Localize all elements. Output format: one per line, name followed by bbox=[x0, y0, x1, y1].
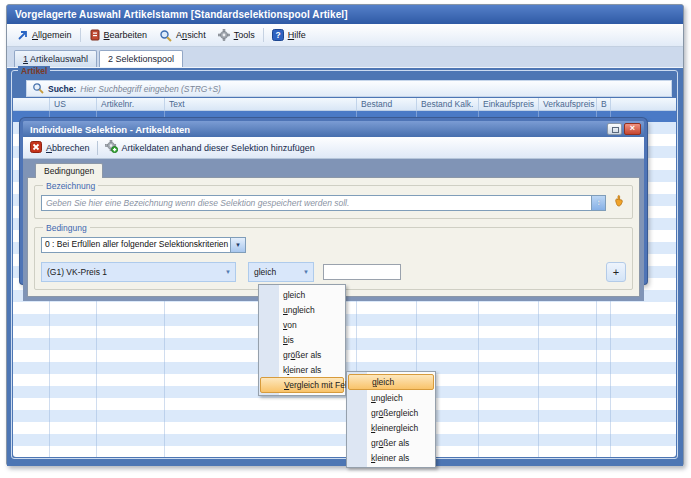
cancel-x-icon bbox=[30, 141, 42, 155]
main-window: Vorgelagerte Auswahl Artikelstamm [Stand… bbox=[6, 4, 684, 466]
column-header-bestand[interactable]: Bestand bbox=[357, 98, 417, 110]
selektionspool-page: Artikel Suche: Hier Suchbegriff eingeben… bbox=[7, 68, 683, 466]
operator-menu-item-ungleich[interactable]: ungleich bbox=[259, 302, 345, 317]
operator-menu-item-gleich[interactable]: gleich bbox=[259, 287, 345, 302]
column-header-artikelnr[interactable]: Artikelnr. bbox=[97, 98, 165, 110]
dialog-title: Individuelle Selektion - Artikeldaten bbox=[30, 124, 190, 135]
bezeichnung-combobox[interactable]: ↕ bbox=[41, 195, 606, 211]
operator-menu-item-von[interactable]: von bbox=[259, 317, 345, 332]
artikel-group-label: Artikel bbox=[18, 66, 50, 76]
submenu-item-kleiner-als[interactable]: kleiner als bbox=[347, 450, 435, 465]
field-combobox[interactable]: (G1) VK-Preis 1 ▼ bbox=[41, 262, 236, 282]
menubar-separator bbox=[80, 28, 81, 42]
restore-button[interactable] bbox=[607, 123, 622, 135]
dialog-body: Bedingungen Bezeichnung ↕ Bedingung bbox=[23, 159, 644, 301]
bedingung-group-label: Bedingung bbox=[43, 223, 90, 233]
svg-text:?: ? bbox=[275, 30, 280, 40]
submenu-item-gr-er-als[interactable]: größer als bbox=[347, 435, 435, 450]
search-label: Suche: bbox=[48, 84, 76, 94]
column-header-text[interactable]: Text bbox=[165, 98, 357, 110]
bezeichnung-input[interactable] bbox=[42, 196, 591, 210]
bezeichnung-group: Bezeichnung ↕ bbox=[34, 185, 633, 219]
tab-selektionspool[interactable]: 2 Selektionspool bbox=[99, 50, 183, 67]
article-search-bar[interactable]: Suche: Hier Suchbegriff eingeben (STRG+S… bbox=[26, 80, 672, 97]
dialog-toolbar: Abbrechen bbox=[23, 137, 644, 159]
menubar: Allgemein Bearbeiten Ansicht bbox=[7, 24, 683, 47]
dialog-titlebar: Individuelle Selektion - Artikeldaten × bbox=[23, 121, 644, 137]
menu-bearbeiten[interactable]: Bearbeiten bbox=[83, 25, 154, 45]
magnifier-icon bbox=[159, 29, 172, 42]
column-header-einkaufspreis[interactable]: Einkaufspreis bbox=[479, 98, 539, 110]
column-header-b[interactable]: B bbox=[597, 98, 611, 110]
add-condition-button[interactable]: + bbox=[606, 262, 626, 282]
help-icon: ? bbox=[272, 29, 284, 41]
bezeichnung-group-label: Bezeichnung bbox=[43, 181, 98, 191]
condition-row: (G1) VK-Preis 1 ▼ gleich ▼ + bbox=[41, 262, 626, 282]
tab-artikelauswahl[interactable]: 1 Artikelauswahl bbox=[14, 50, 97, 67]
condition-value-input[interactable] bbox=[323, 264, 401, 280]
chevron-down-icon: ▼ bbox=[299, 269, 313, 275]
bedingungen-panel: Bezeichnung ↕ Bedingung 0 : Bei Erfüllen… bbox=[27, 177, 640, 297]
toolbar-separator bbox=[97, 141, 98, 155]
search-placeholder: Hier Suchbegriff eingeben (STRG+S) bbox=[80, 84, 221, 94]
column-header-us[interactable]: US bbox=[50, 98, 97, 110]
operator-menu-item-vergleich-mit-feld[interactable]: Vergleich mit Feld bbox=[260, 377, 344, 393]
gear-add-icon bbox=[105, 140, 118, 155]
selection-dialog: Individuelle Selektion - Artikeldaten × … bbox=[20, 118, 647, 284]
chevron-down-icon: ▼ bbox=[221, 269, 235, 275]
cancel-button[interactable]: Abbrechen bbox=[30, 141, 90, 155]
column-header-verkaufspreis[interactable]: Verkaufspreis bbox=[539, 98, 597, 110]
operator-menu-item-kleiner-als[interactable]: kleiner als bbox=[259, 362, 345, 377]
operator-menu-item-gr-er-als[interactable]: größer als bbox=[259, 347, 345, 362]
tab-bedingungen[interactable]: Bedingungen bbox=[35, 163, 103, 178]
submenu-item-gr-ergleich[interactable]: größergleich bbox=[347, 405, 435, 420]
menubar-separator bbox=[263, 28, 264, 42]
add-selection-button[interactable]: Artikeldaten anhand dieser Selektion hin… bbox=[105, 140, 315, 155]
comparison-submenu: gleichungleichgrößergleichkleinergleichg… bbox=[346, 371, 436, 468]
operator-dropdown-menu: gleichungleichvonbisgrößer alskleiner al… bbox=[258, 284, 346, 396]
bezeichnung-dropdown-button[interactable]: ↕ bbox=[591, 196, 605, 210]
arrow-up-right-icon bbox=[17, 30, 28, 41]
operator-menu-item-bis[interactable]: bis bbox=[259, 332, 345, 347]
window-titlebar: Vorgelagerte Auswahl Artikelstamm [Stand… bbox=[7, 5, 683, 24]
column-header-blank bbox=[13, 98, 50, 110]
bedingung-group: Bedingung 0 : Bei Erfüllen aller folgend… bbox=[34, 227, 633, 290]
column-header-bestand-kalk[interactable]: Bestand Kalk. bbox=[417, 98, 479, 110]
submenu-item-kleinergleich[interactable]: kleinergleich bbox=[347, 420, 435, 435]
hand-icon[interactable] bbox=[612, 194, 626, 212]
menu-allgemein[interactable]: Allgemein bbox=[11, 25, 78, 45]
notebook-icon bbox=[89, 29, 100, 41]
search-icon bbox=[32, 80, 44, 98]
submenu-item-ungleich[interactable]: ungleich bbox=[347, 390, 435, 405]
gear-icon bbox=[218, 29, 230, 41]
condition-mode-combobox[interactable]: 0 : Bei Erfüllen aller folgender Selekti… bbox=[41, 237, 246, 253]
main-tabstrip: 1 Artikelauswahl 2 Selektionspool bbox=[7, 47, 683, 68]
operator-combobox[interactable]: gleich ▼ bbox=[248, 262, 314, 282]
close-button[interactable]: × bbox=[624, 123, 641, 135]
window-title: Vorgelagerte Auswahl Artikelstamm [Stand… bbox=[15, 9, 348, 20]
submenu-item-gleich[interactable]: gleich bbox=[348, 374, 434, 390]
menu-tools[interactable]: Tools bbox=[212, 25, 261, 45]
menu-ansicht[interactable]: Ansicht bbox=[153, 25, 212, 45]
article-table-header: USArtikelnr.TextBestandBestand Kalk.Eink… bbox=[13, 98, 676, 111]
column-header-blank bbox=[611, 98, 676, 110]
menu-hilfe[interactable]: ? Hilfe bbox=[266, 25, 312, 45]
chevron-down-icon[interactable]: ▼ bbox=[230, 238, 245, 252]
